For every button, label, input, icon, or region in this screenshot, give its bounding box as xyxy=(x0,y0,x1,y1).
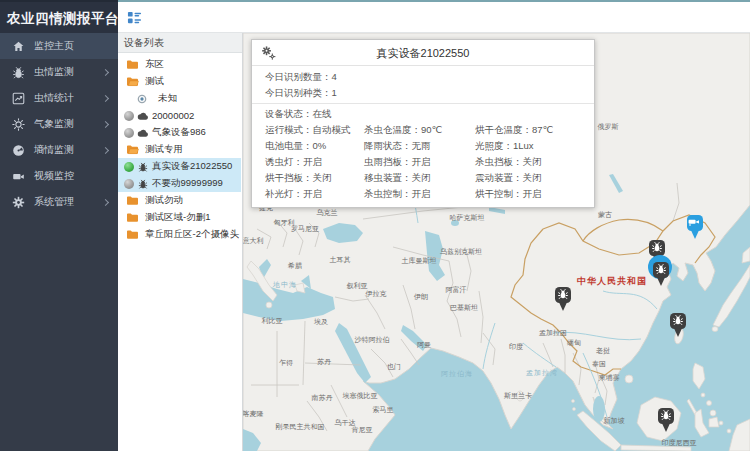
home-icon xyxy=(12,40,25,53)
status-dot xyxy=(124,162,134,172)
sidebar-item-label: 墒情监测 xyxy=(34,143,103,157)
popup-grid-cell: 补光灯：开启 xyxy=(265,186,364,202)
folder-icon xyxy=(126,59,139,70)
chevron-right-icon xyxy=(102,146,109,153)
tree-item-insect[interactable]: 不要动99999999 xyxy=(118,175,241,192)
tree-item-label: 气象设备986 xyxy=(152,126,206,139)
tree-item-weather[interactable]: 气象设备986 xyxy=(118,124,242,141)
tree-item-insect[interactable]: 真实设备21022550 xyxy=(118,158,241,175)
tree-item-label: 测试 xyxy=(145,75,164,88)
tree-item-folder[interactable]: 测试区域-勿删1 xyxy=(118,209,242,226)
folder-icon xyxy=(126,229,139,240)
tree-item-label: 东区 xyxy=(145,58,164,71)
insect-device-icon xyxy=(137,162,149,172)
topbar xyxy=(118,0,750,33)
map-marker-bug-selected[interactable] xyxy=(651,260,671,287)
video-icon xyxy=(12,170,25,183)
popup-grid-cell: 烘干控制：开启 xyxy=(475,186,594,202)
folder-icon xyxy=(126,76,139,87)
popup-grid-row: 电池电量：0%降雨状态：无雨光照度：1Lux xyxy=(252,138,594,154)
sidebar-item-label: 系统管理 xyxy=(34,195,103,209)
sidebar: 农业四情测报平台 监控主页 虫情监测 虫情统计 气象监测 墒情监测 视频监控 系… xyxy=(0,0,118,451)
sidebar-item-label: 视频监控 xyxy=(34,169,108,183)
weather-device-icon xyxy=(137,128,149,138)
status-dot xyxy=(124,179,134,189)
popup-grid-cell: 震动装置：关闭 xyxy=(475,170,594,186)
chevron-right-icon xyxy=(102,68,109,75)
popup-grid-cell: 杀虫挡板：关闭 xyxy=(475,154,594,170)
popup-grid-cell: 电池电量：0% xyxy=(265,138,364,154)
sidebar-item-system-manage[interactable]: 系统管理 xyxy=(0,189,118,215)
sidebar-item-label: 监控主页 xyxy=(34,39,108,53)
tree-item-folder[interactable]: 东区 xyxy=(118,56,242,73)
tree-item-label: 真实设备21022550 xyxy=(152,160,232,173)
popup-title: 真实设备21022550 xyxy=(252,40,594,66)
popup-grid-cell: 诱虫灯：开启 xyxy=(265,154,364,170)
sun-icon xyxy=(12,118,25,131)
tree-item-label: 章丘阳丘区-2个摄像头 xyxy=(145,228,239,241)
status-dot xyxy=(124,128,134,138)
sidebar-item-label: 虫情统计 xyxy=(34,91,103,105)
popup-header: 真实设备21022550 xyxy=(252,40,594,66)
device-panel-header: 设备列表 xyxy=(118,33,242,53)
tree-item-folder[interactable]: 测试 xyxy=(118,73,242,90)
popup-grid-row: 烘干挡板：关闭移虫装置：关闭震动装置：关闭 xyxy=(252,170,594,186)
sidebar-item-insect-stats[interactable]: 虫情统计 xyxy=(0,85,118,111)
popup-grid-cell: 杀虫仓温度：90℃ xyxy=(364,122,475,138)
device-list-toggle-icon[interactable] xyxy=(127,10,142,25)
sidebar-item-label: 虫情监测 xyxy=(34,65,103,79)
sidebar-item-weather-monitor[interactable]: 气象监测 xyxy=(0,111,118,137)
popup-grid-cell: 虫雨挡板：开启 xyxy=(364,154,475,170)
folder-icon xyxy=(126,195,139,206)
gear-icon xyxy=(12,196,25,209)
weather-device-icon xyxy=(137,111,149,121)
tree-item-folder[interactable]: 测试专用 xyxy=(118,141,242,158)
popup-grid-cell: 光照度：1Lux xyxy=(475,138,594,154)
tree-item-folder[interactable]: 章丘阳丘区-2个摄像头 xyxy=(118,226,242,243)
folder-icon xyxy=(126,144,139,155)
popup-body: 今日识别数量：4今日识别种类：1设备状态：在线运行模式：自动模式杀虫仓温度：90… xyxy=(252,66,594,207)
tree-item-label: 测试勿动 xyxy=(145,194,183,207)
sidebar-nav: 监控主页 虫情监测 虫情统计 气象监测 墒情监测 视频监控 系统管理 xyxy=(0,33,118,215)
map-marker-bug[interactable] xyxy=(668,311,688,338)
device-panel: 设备列表 东区测试未知20000002气象设备986测试专用真实设备210225… xyxy=(118,33,243,451)
tree-item-label: 测试专用 xyxy=(145,143,183,156)
sidebar-item-video-monitor[interactable]: 视频监控 xyxy=(0,163,118,189)
popup-summary-row: 今日识别数量：4 xyxy=(252,69,594,85)
map-marker-bug[interactable] xyxy=(553,285,573,312)
map-marker-bug[interactable] xyxy=(656,406,676,433)
gauge-icon xyxy=(12,144,25,157)
popup-grid-row: 运行模式：自动模式杀虫仓温度：90℃烘干仓温度：87℃ xyxy=(252,122,594,138)
chevron-right-icon xyxy=(102,94,109,101)
popup-grid-cell: 杀虫控制：开启 xyxy=(364,186,475,202)
tree-item-label: 不要动99999999 xyxy=(152,177,223,190)
app-root: 农业四情测报平台 监控主页 虫情监测 虫情统计 气象监测 墒情监测 视频监控 系… xyxy=(0,0,750,451)
popup-grid-cell: 运行模式：自动模式 xyxy=(265,122,364,138)
sidebar-item-home[interactable]: 监控主页 xyxy=(0,33,118,59)
unknown-device-icon xyxy=(137,94,147,104)
folder-icon xyxy=(126,212,139,223)
status-dot xyxy=(124,111,134,121)
sidebar-item-insect-monitor[interactable]: 虫情监测 xyxy=(0,59,118,85)
insect-device-icon xyxy=(137,179,149,189)
tree-item-weather[interactable]: 20000002 xyxy=(118,107,242,124)
popup-divider xyxy=(252,103,594,104)
map-marker-camera[interactable] xyxy=(685,213,705,240)
tree-item-label: 20000002 xyxy=(152,110,194,121)
tree-item-unknown[interactable]: 未知 xyxy=(118,90,242,107)
chart-icon xyxy=(12,92,25,105)
chevron-right-icon xyxy=(102,120,109,127)
sidebar-item-soil-monitor[interactable]: 墒情监测 xyxy=(0,137,118,163)
popup-grid-cell: 降雨状态：无雨 xyxy=(364,138,475,154)
popup-grid-row: 补光灯：开启杀虫控制：开启烘干控制：开启 xyxy=(252,186,594,202)
sidebar-item-label: 气象监测 xyxy=(34,117,103,131)
tree-item-folder[interactable]: 测试勿动 xyxy=(118,192,242,209)
tree-item-label: 测试区域-勿删1 xyxy=(145,211,210,224)
popup-grid-cell: 移虫装置：关闭 xyxy=(364,170,475,186)
tree-item-label: 未知 xyxy=(158,92,177,105)
chevron-right-icon xyxy=(102,198,109,205)
popup-grid-cell: 烘干挡板：关闭 xyxy=(265,170,364,186)
popup-grid-cell: 烘干仓温度：87℃ xyxy=(475,122,594,138)
bug-icon xyxy=(12,66,25,79)
popup-status-row: 设备状态：在线 xyxy=(252,106,594,122)
